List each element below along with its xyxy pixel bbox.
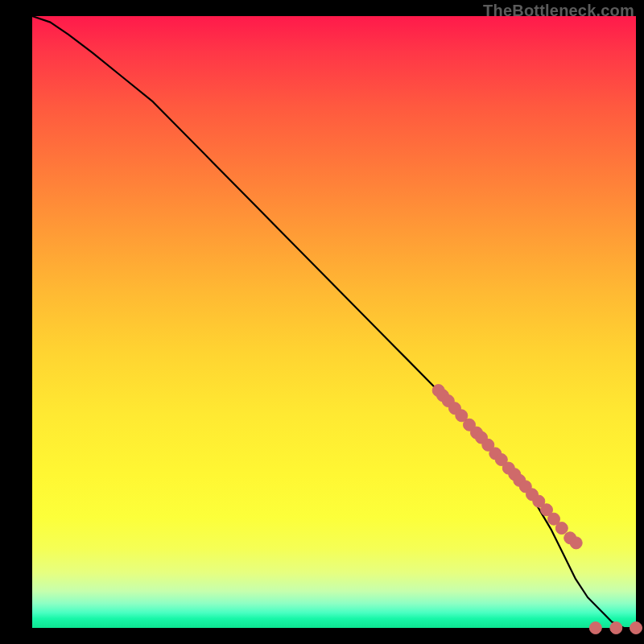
tail-dot: [630, 622, 642, 634]
tail-dot: [610, 622, 622, 634]
chart-frame: TheBottleneck.com: [0, 0, 644, 644]
tail-dot: [555, 522, 568, 535]
dotted-tail-group: [432, 385, 642, 634]
tail-dot: [570, 537, 582, 549]
curve-line: [32, 16, 636, 628]
plot-area: [32, 16, 636, 628]
tail-dot: [589, 622, 601, 634]
chart-svg: [32, 16, 636, 628]
